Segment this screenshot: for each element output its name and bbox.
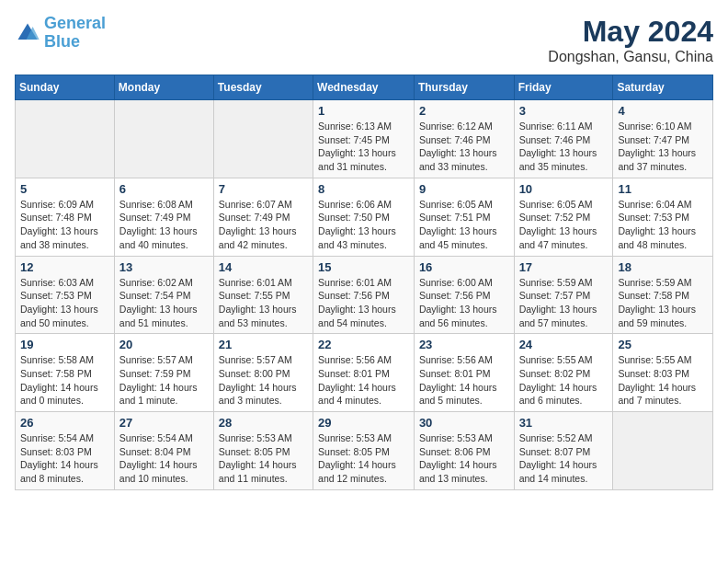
day-detail: Sunrise: 6:13 AM Sunset: 7:45 PM Dayligh… xyxy=(318,120,409,174)
day-detail: Sunrise: 5:59 AM Sunset: 7:58 PM Dayligh… xyxy=(618,276,708,330)
calendar-cell: 28Sunrise: 5:53 AM Sunset: 8:05 PM Dayli… xyxy=(213,412,313,490)
day-detail: Sunrise: 5:53 AM Sunset: 8:06 PM Dayligh… xyxy=(419,431,509,486)
day-detail: Sunrise: 6:03 AM Sunset: 7:53 PM Dayligh… xyxy=(20,276,109,330)
calendar-cell: 29Sunrise: 5:53 AM Sunset: 8:05 PM Dayli… xyxy=(313,412,415,490)
day-detail: Sunrise: 6:02 AM Sunset: 7:54 PM Dayligh… xyxy=(119,276,209,330)
day-number: 25 xyxy=(618,338,708,351)
calendar-week-2: 5Sunrise: 6:09 AM Sunset: 7:48 PM Daylig… xyxy=(16,178,713,256)
calendar-cell xyxy=(213,100,313,178)
calendar-cell: 15Sunrise: 6:01 AM Sunset: 7:56 PM Dayli… xyxy=(313,256,415,334)
day-detail: Sunrise: 6:05 AM Sunset: 7:52 PM Dayligh… xyxy=(519,198,609,252)
weekday-header-tuesday: Tuesday xyxy=(213,75,313,100)
calendar-cell: 26Sunrise: 5:54 AM Sunset: 8:03 PM Dayli… xyxy=(16,412,115,490)
day-detail: Sunrise: 5:57 AM Sunset: 7:59 PM Dayligh… xyxy=(119,353,209,408)
day-number: 20 xyxy=(119,338,209,351)
day-number: 5 xyxy=(20,182,109,196)
calendar-cell xyxy=(16,100,115,178)
weekday-header-sunday: Sunday xyxy=(16,75,115,100)
day-number: 4 xyxy=(618,104,708,118)
calendar-cell: 18Sunrise: 5:59 AM Sunset: 7:58 PM Dayli… xyxy=(613,256,713,334)
calendar-cell: 7Sunrise: 6:07 AM Sunset: 7:49 PM Daylig… xyxy=(213,178,313,256)
weekday-header-thursday: Thursday xyxy=(414,75,514,100)
day-number: 12 xyxy=(20,260,109,274)
calendar-cell: 2Sunrise: 6:12 AM Sunset: 7:46 PM Daylig… xyxy=(414,100,514,178)
calendar-cell xyxy=(114,100,213,178)
day-number: 1 xyxy=(318,104,409,118)
day-number: 19 xyxy=(20,338,109,351)
day-number: 3 xyxy=(519,104,609,118)
day-detail: Sunrise: 6:00 AM Sunset: 7:56 PM Dayligh… xyxy=(419,276,509,330)
day-number: 21 xyxy=(219,338,308,351)
day-detail: Sunrise: 6:01 AM Sunset: 7:56 PM Dayligh… xyxy=(318,276,409,330)
day-detail: Sunrise: 6:01 AM Sunset: 7:55 PM Dayligh… xyxy=(219,276,308,330)
day-detail: Sunrise: 6:10 AM Sunset: 7:47 PM Dayligh… xyxy=(618,120,708,174)
day-number: 6 xyxy=(119,182,209,196)
logo-text: General Blue xyxy=(44,15,106,52)
day-number: 26 xyxy=(20,416,109,430)
day-detail: Sunrise: 6:07 AM Sunset: 7:49 PM Dayligh… xyxy=(219,198,308,252)
calendar-cell: 10Sunrise: 6:05 AM Sunset: 7:52 PM Dayli… xyxy=(514,178,613,256)
day-number: 30 xyxy=(419,416,509,430)
calendar-cell: 31Sunrise: 5:52 AM Sunset: 8:07 PM Dayli… xyxy=(514,412,613,490)
day-number: 31 xyxy=(519,416,609,430)
day-number: 2 xyxy=(419,104,509,118)
day-number: 18 xyxy=(618,260,708,274)
calendar-cell xyxy=(613,412,713,490)
calendar-cell: 8Sunrise: 6:06 AM Sunset: 7:50 PM Daylig… xyxy=(313,178,415,256)
location-title: Dongshan, Gansu, China xyxy=(548,49,713,65)
calendar-cell: 11Sunrise: 6:04 AM Sunset: 7:53 PM Dayli… xyxy=(613,178,713,256)
day-number: 7 xyxy=(219,182,308,196)
calendar-cell: 9Sunrise: 6:05 AM Sunset: 7:51 PM Daylig… xyxy=(414,178,514,256)
weekday-header-row: SundayMondayTuesdayWednesdayThursdayFrid… xyxy=(16,75,713,100)
day-detail: Sunrise: 6:08 AM Sunset: 7:49 PM Dayligh… xyxy=(119,198,209,252)
day-number: 8 xyxy=(318,182,409,196)
day-number: 17 xyxy=(519,260,609,274)
day-detail: Sunrise: 6:11 AM Sunset: 7:46 PM Dayligh… xyxy=(519,120,609,174)
calendar-cell: 1Sunrise: 6:13 AM Sunset: 7:45 PM Daylig… xyxy=(313,100,415,178)
calendar-cell: 16Sunrise: 6:00 AM Sunset: 7:56 PM Dayli… xyxy=(414,256,514,334)
calendar-cell: 3Sunrise: 6:11 AM Sunset: 7:46 PM Daylig… xyxy=(514,100,613,178)
day-number: 11 xyxy=(618,182,708,196)
calendar-cell: 22Sunrise: 5:56 AM Sunset: 8:01 PM Dayli… xyxy=(313,334,415,412)
month-title: May 2024 xyxy=(548,15,713,49)
calendar-week-1: 1Sunrise: 6:13 AM Sunset: 7:45 PM Daylig… xyxy=(16,100,713,178)
day-detail: Sunrise: 5:54 AM Sunset: 8:03 PM Dayligh… xyxy=(20,431,109,486)
day-detail: Sunrise: 5:55 AM Sunset: 8:03 PM Dayligh… xyxy=(618,353,708,408)
day-number: 9 xyxy=(419,182,509,196)
logo: General Blue xyxy=(15,15,106,52)
title-block: May 2024 Dongshan, Gansu, China xyxy=(548,15,713,65)
day-detail: Sunrise: 5:55 AM Sunset: 8:02 PM Dayligh… xyxy=(519,353,609,408)
page-header: General Blue May 2024 Dongshan, Gansu, C… xyxy=(15,15,713,65)
day-detail: Sunrise: 5:56 AM Sunset: 8:01 PM Dayligh… xyxy=(318,353,409,408)
day-detail: Sunrise: 6:09 AM Sunset: 7:48 PM Dayligh… xyxy=(20,198,109,252)
calendar-cell: 13Sunrise: 6:02 AM Sunset: 7:54 PM Dayli… xyxy=(114,256,213,334)
calendar-week-3: 12Sunrise: 6:03 AM Sunset: 7:53 PM Dayli… xyxy=(16,256,713,334)
day-detail: Sunrise: 5:53 AM Sunset: 8:05 PM Dayligh… xyxy=(318,431,409,486)
calendar-cell: 27Sunrise: 5:54 AM Sunset: 8:04 PM Dayli… xyxy=(114,412,213,490)
day-number: 27 xyxy=(119,416,209,430)
weekday-header-saturday: Saturday xyxy=(613,75,713,100)
day-number: 14 xyxy=(219,260,308,274)
day-detail: Sunrise: 5:59 AM Sunset: 7:57 PM Dayligh… xyxy=(519,276,609,330)
day-detail: Sunrise: 5:57 AM Sunset: 8:00 PM Dayligh… xyxy=(219,353,308,408)
day-detail: Sunrise: 6:06 AM Sunset: 7:50 PM Dayligh… xyxy=(318,198,409,252)
calendar-table: SundayMondayTuesdayWednesdayThursdayFrid… xyxy=(15,75,713,490)
calendar-cell: 5Sunrise: 6:09 AM Sunset: 7:48 PM Daylig… xyxy=(16,178,115,256)
calendar-cell: 17Sunrise: 5:59 AM Sunset: 7:57 PM Dayli… xyxy=(514,256,613,334)
day-detail: Sunrise: 5:56 AM Sunset: 8:01 PM Dayligh… xyxy=(419,353,509,408)
day-number: 16 xyxy=(419,260,509,274)
calendar-cell: 30Sunrise: 5:53 AM Sunset: 8:06 PM Dayli… xyxy=(414,412,514,490)
day-number: 13 xyxy=(119,260,209,274)
calendar-cell: 23Sunrise: 5:56 AM Sunset: 8:01 PM Dayli… xyxy=(414,334,514,412)
day-number: 28 xyxy=(219,416,308,430)
day-number: 23 xyxy=(419,338,509,351)
day-number: 15 xyxy=(318,260,409,274)
calendar-cell: 25Sunrise: 5:55 AM Sunset: 8:03 PM Dayli… xyxy=(613,334,713,412)
day-detail: Sunrise: 6:04 AM Sunset: 7:53 PM Dayligh… xyxy=(618,198,708,252)
calendar-cell: 19Sunrise: 5:58 AM Sunset: 7:58 PM Dayli… xyxy=(16,334,115,412)
calendar-week-4: 19Sunrise: 5:58 AM Sunset: 7:58 PM Dayli… xyxy=(16,334,713,412)
calendar-cell: 6Sunrise: 6:08 AM Sunset: 7:49 PM Daylig… xyxy=(114,178,213,256)
day-number: 29 xyxy=(318,416,409,430)
calendar-cell: 20Sunrise: 5:57 AM Sunset: 7:59 PM Dayli… xyxy=(114,334,213,412)
calendar-cell: 14Sunrise: 6:01 AM Sunset: 7:55 PM Dayli… xyxy=(213,256,313,334)
